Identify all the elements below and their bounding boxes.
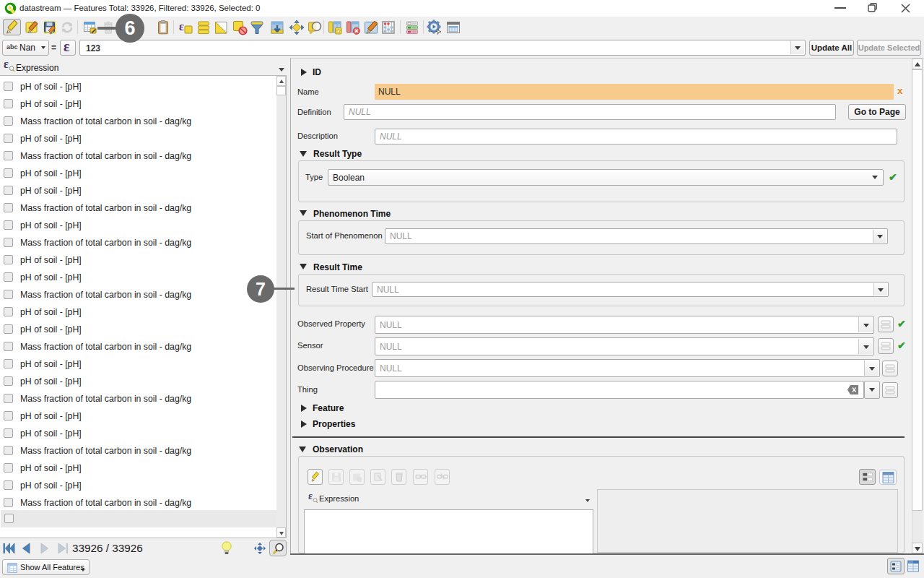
svg-text:ε: ε xyxy=(179,20,184,33)
